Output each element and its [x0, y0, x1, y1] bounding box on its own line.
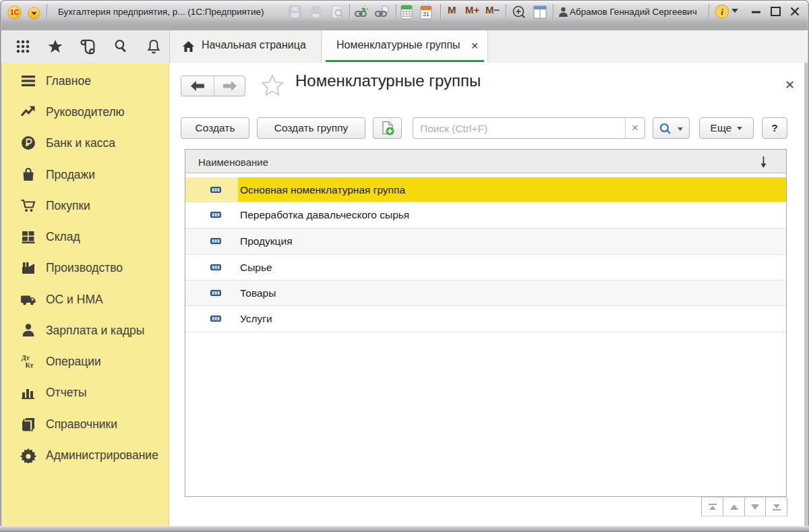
svg-text:i: i [721, 7, 723, 17]
svg-text:Дт: Дт [22, 354, 30, 361]
svg-text:1С: 1С [10, 9, 20, 16]
svg-text:31: 31 [423, 11, 429, 18]
svg-text:Кт: Кт [25, 361, 33, 369]
